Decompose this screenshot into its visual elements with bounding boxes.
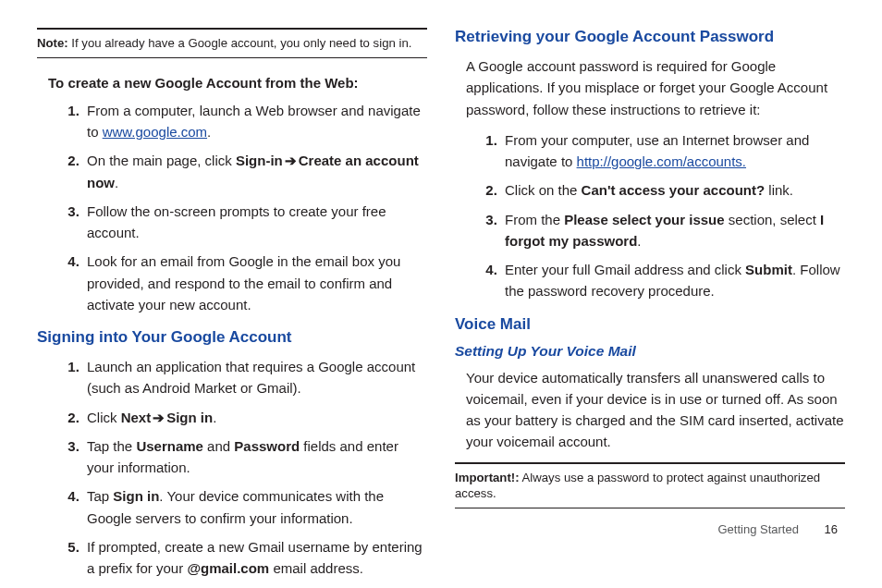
step-text: Tap — [87, 488, 113, 504]
link-google[interactable]: www.google.com — [103, 124, 207, 140]
voicemail-heading: Voice Mail — [455, 315, 845, 334]
bold-text: Submit — [745, 262, 792, 277]
step-text: section, select — [725, 212, 820, 227]
step-text: link. — [765, 182, 793, 198]
bold-text: Sign in — [166, 410, 213, 425]
step-text: Click — [87, 410, 121, 425]
step-item: Tap the Username and Password fields and… — [83, 435, 427, 479]
step-item: From a computer, launch a Web browser an… — [83, 100, 427, 143]
create-account-heading: To create a new Google Account from the … — [48, 75, 427, 91]
create-account-steps: From a computer, launch a Web browser an… — [57, 100, 427, 315]
step-item: Look for an email from Google in the ema… — [83, 251, 427, 315]
step-text: . — [637, 233, 641, 249]
signin-heading: Signing into Your Google Account — [37, 328, 427, 347]
step-item: Follow the on-screen prompts to create y… — [83, 201, 427, 244]
step-item: Enter your full Gmail address and click … — [501, 259, 845, 302]
signin-steps: Launch an application that requires a Go… — [57, 356, 427, 579]
page-footer: Getting Started 16 — [717, 522, 838, 536]
bold-text: Sign in — [113, 488, 159, 504]
step-text: Enter your full Gmail address and click — [505, 262, 745, 277]
footer-section: Getting Started — [717, 522, 798, 536]
right-column: Retrieving your Google Account Password … — [455, 28, 845, 542]
step-text: email address. — [269, 560, 363, 576]
link-google-accounts[interactable]: http://google.com/accounts. — [577, 153, 746, 169]
note-label: Note: — [37, 36, 68, 50]
important-label: Important!: — [455, 471, 520, 484]
step-text: On the main page, click — [87, 153, 236, 168]
step-text: and — [203, 438, 234, 454]
step-item: From the Please select your issue sectio… — [501, 209, 845, 252]
step-item: Tap Sign in. Your device communicates wi… — [83, 485, 427, 529]
step-text: . — [213, 410, 216, 425]
important-box: Important!: Always use a password to pro… — [455, 462, 845, 509]
step-text: . — [207, 124, 211, 140]
step-text: Click on the — [505, 182, 582, 198]
left-column: Note: If you already have a Google accou… — [37, 28, 427, 542]
note-text: If you already have a Google account, yo… — [68, 36, 412, 50]
bold-text: Can't access your account? — [582, 182, 766, 198]
step-text: Look for an email from Google in the ema… — [87, 253, 400, 312]
step-text: Follow the on-screen prompts to create y… — [87, 203, 386, 240]
step-text: Tap the — [87, 438, 136, 454]
note-box: Note: If you already have a Google accou… — [37, 28, 427, 58]
bold-text: Please select your issue — [564, 212, 724, 227]
footer-page-number: 16 — [825, 522, 838, 536]
bold-text: @gmail.com — [187, 560, 269, 576]
retrieve-para: A Google account password is required fo… — [466, 55, 845, 120]
step-text: . — [115, 175, 118, 190]
voicemail-para: Your device automatically transfers all … — [466, 367, 845, 453]
arrow-icon: ➔ — [283, 150, 299, 171]
voicemail-subheading: Setting Up Your Voice Mail — [455, 343, 845, 360]
bold-text: Password — [234, 438, 300, 454]
step-item: Launch an application that requires a Go… — [83, 356, 427, 399]
arrow-icon: ➔ — [151, 407, 166, 428]
step-item: On the main page, click Sign-in ➔ Create… — [83, 150, 427, 193]
retrieve-heading: Retrieving your Google Account Password — [455, 28, 845, 46]
retrieve-steps: From your computer, use an Internet brow… — [475, 129, 845, 302]
step-item: Click Next ➔ Sign in. — [83, 407, 427, 428]
bold-text: Sign-in — [236, 153, 283, 168]
step-text: Launch an application that requires a Go… — [87, 359, 415, 396]
bold-text: Username — [136, 438, 203, 454]
step-item: From your computer, use an Internet brow… — [501, 129, 845, 173]
bold-text: Next — [121, 410, 152, 425]
step-text: From the — [505, 212, 564, 227]
page-container: Note: If you already have a Google accou… — [0, 0, 882, 551]
step-item: Click on the Can't access your account? … — [501, 179, 845, 201]
step-item: If prompted, create a new Gmail username… — [83, 536, 427, 580]
